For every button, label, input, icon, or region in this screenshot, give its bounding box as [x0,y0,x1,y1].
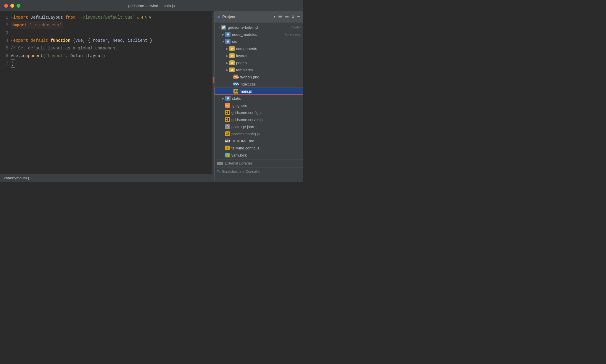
editor: 1 2 3 4 5 6 7 ▾import DefaultLayout from… [0,11,214,182]
tree-root[interactable]: ▾ 📁 gridsome-tailwind ~/code/ [215,24,303,31]
favicon-label: favicon.png [240,75,301,79]
layouts-icon: 📁 [229,53,235,58]
readme-icon: MD [225,138,230,143]
tree-templates[interactable]: ▶ 📁 templates [215,66,303,73]
package-json-icon: {} [225,124,230,129]
nav-arrows[interactable]: ∧ ∨ [144,14,151,22]
main-js-label: main.js [240,89,301,94]
kw-import-1: import [13,15,28,20]
pages-icon: 📁 [229,60,235,65]
gitignore-icon: GIT [225,103,230,108]
node-modules-icon: 📁 [225,32,231,37]
tree-readme[interactable]: MD README.md [215,137,303,144]
tree-gitignore[interactable]: GIT .gitignore [215,102,303,109]
code-line-6: Vue.component('Layout', DefaultLayout) [11,52,214,60]
external-libraries-section[interactable]: ▮▮▮ External Libraries [215,159,303,167]
project-icon: ▣ [217,14,220,19]
code-line-4: ▾export default function (Vue, { router,… [11,37,214,44]
window-controls [4,4,20,8]
templates-label: templates [236,68,301,72]
tree-components[interactable]: ▶ 📁 components [215,45,303,52]
code-line-3 [11,29,214,37]
sidebar-header: ▣ Project ▾ ☰ ⚌ ⚙ — [215,11,303,22]
editor-scrollbar[interactable] [212,12,214,174]
close-button[interactable] [4,4,8,8]
yarn-lock-icon: 🔒 [225,153,230,157]
tree-src[interactable]: ▾ 📁 src [215,38,303,45]
file-tree: ▾ 📁 gridsome-tailwind ~/code/ ▶ 📁 node_m… [215,22,303,182]
code-line-7: } [11,60,214,67]
layouts-label: layouts [236,54,301,58]
sidebar-header-icons: ☰ ⚌ ⚙ — [278,14,300,20]
tree-layouts[interactable]: ▶ 📁 layouts [215,52,303,59]
static-icon: 📁 [225,96,231,101]
index-css-label: index.css [240,82,301,86]
code-line-1: ▾import DefaultLayout from '~/layouts/De… [11,14,214,21]
sidebar-title: Project [222,15,271,19]
minimize-panel-icon[interactable]: — [297,14,300,20]
anonymous-text: <anonymous>() [4,176,30,180]
line-numbers: 1 2 3 4 5 6 7 [0,12,11,174]
node-modules-arrow: ▶ [221,33,225,36]
scrollbar-thumb [213,77,214,83]
chevron-down-icon[interactable]: ▾ [273,14,276,19]
postcss-label: postcss.config.js [231,132,301,136]
minimize-button[interactable] [10,4,14,8]
external-libraries-label: External Libraries [225,161,252,165]
src-label: src [232,39,301,44]
tree-pages[interactable]: ▶ 📁 pages [215,59,303,66]
tree-package-json[interactable]: {} package.json [215,123,303,130]
gitignore-label: .gitignore [231,103,301,108]
tree-favicon[interactable]: PNG favicon.png [215,73,303,80]
scratches-icon: ✎ [217,169,220,174]
window-title: gridsome-tailwind – main.js [128,4,175,8]
tree-main-js[interactable]: JS main.js [215,88,303,95]
equalizer-icon[interactable]: ⚌ [285,14,289,20]
tree-static[interactable]: ▶ 📁 static [215,95,303,102]
code-content[interactable]: ▾import DefaultLayout from '~/layouts/De… [11,12,214,174]
main-js-icon: JS [233,89,238,94]
root-arrow: ▾ [217,26,221,29]
gridsome-config-label: gridsome.config.js [231,110,301,115]
tailwind-label: tailwind.config.js [231,146,301,150]
code-container: 1 2 3 4 5 6 7 ▾import DefaultLayout from… [0,11,214,174]
gridsome-server-label: gridsome.server.js [231,117,301,122]
pages-arrow: ▶ [225,61,229,65]
tree-node-modules[interactable]: ▶ 📁 node_modules library root [215,31,303,38]
src-icon: 📁 [225,39,231,44]
src-arrow: ▾ [221,40,225,43]
gridsome-config-icon: JS [225,110,230,115]
package-json-label: package.json [231,125,301,129]
tree-gridsome-server[interactable]: JS gridsome.server.js [215,116,303,123]
components-arrow: ▶ [225,47,229,50]
static-label: static [232,96,301,101]
tree-yarn-lock[interactable]: 🔒 yarn.lock [215,152,303,159]
tailwind-icon: JS [225,146,230,150]
components-label: components [236,46,301,51]
root-path: ~/code/ [290,25,301,29]
maximize-button[interactable] [17,4,20,8]
scratches-section[interactable]: ✎ Scratches and Consoles [215,167,303,175]
settings-icon[interactable]: ⚙ [292,14,294,20]
scratches-label: Scratches and Consoles [222,170,260,174]
tree-gridsome-config[interactable]: JS gridsome.config.js [215,109,303,116]
yarn-lock-label: yarn.lock [231,153,301,157]
code-line-5: // Set default layout as a global compon… [11,44,214,52]
root-folder-icon: 📁 [221,25,226,30]
layout-icon[interactable]: ☰ [278,14,282,20]
tree-index-css[interactable]: CSS index.css [215,80,303,88]
tree-postcss[interactable]: JS postcss.config.js [215,130,303,137]
bottom-bar: <anonymous>() [0,174,214,182]
favicon-icon: PNG [233,75,238,79]
postcss-icon: JS [225,131,230,136]
static-arrow: ▶ [221,97,225,100]
pages-label: pages [236,61,301,65]
index-css-icon: CSS [233,82,238,86]
fold-arrow-4[interactable]: ▾ [11,39,13,43]
components-icon: 📁 [229,46,235,51]
node-modules-sublabel: library root [285,33,301,36]
node-modules-label: node_modules [232,32,284,37]
fold-arrow-1[interactable]: ▾ [11,16,13,20]
tree-tailwind[interactable]: JS tailwind.config.js [215,144,303,152]
titlebar: gridsome-tailwind – main.js [0,0,303,11]
